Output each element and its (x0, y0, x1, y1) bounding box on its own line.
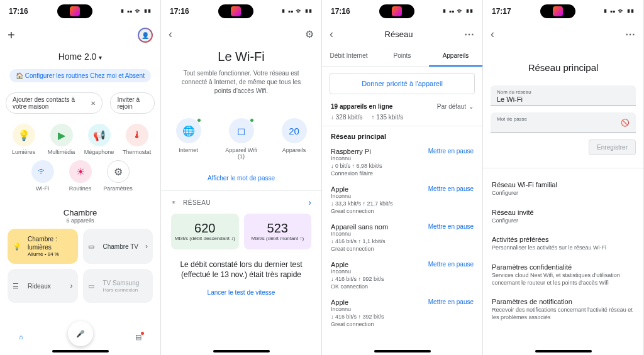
settings-list: Réseau Wi-Fi familialConfigurerRéseau in… (483, 175, 643, 327)
back-button[interactable]: ‹ (491, 28, 494, 41)
pause-button[interactable]: Mettre en pause (428, 298, 474, 305)
time: 17:16 (170, 7, 189, 16)
screen-home: 17:16 ▮ ▪▪ ᯤ ▮▮ + 👤 Home 2.0▾ 🏠 Configur… (0, 0, 161, 355)
close-icon[interactable]: ✕ (91, 100, 96, 107)
pause-button[interactable]: Mettre en pause (428, 148, 474, 155)
router-icon: ◻ (229, 118, 254, 143)
play-icon: ▶ (50, 124, 73, 146)
app-switcher-pill[interactable] (379, 4, 414, 18)
status-icons: ▮ ▪▪ ᯤ ▮▮ (604, 7, 635, 16)
total-down: ↓ 328 kbit/s (331, 114, 363, 121)
run-speed-test-link[interactable]: Lancer le test de vitesse (161, 283, 321, 302)
add-button[interactable]: + (8, 28, 15, 43)
chevron-down-icon: ▾ (99, 54, 102, 61)
network-name-field[interactable]: Nom du réseau Le Wi-Fi (491, 85, 636, 106)
invite-chip[interactable]: Inviter à rejoin (110, 92, 155, 114)
gear-icon: ⚙ (107, 160, 130, 183)
setting-row[interactable]: Réseau invitéConfigurer (483, 202, 643, 230)
broadcast-icon: 📢 (88, 124, 111, 146)
wifi-icon: ᯤ (31, 160, 54, 183)
home-selector[interactable]: Home 2.0▾ (0, 43, 160, 65)
setting-row[interactable]: Activités préféréesPersonnaliser les act… (483, 229, 643, 257)
lights-button[interactable]: 💡Lumières (8, 124, 40, 155)
home-indicator[interactable] (213, 350, 270, 352)
tv-icon: ▭ (88, 243, 99, 251)
speed-result-text: Le débit constaté lors du dernier test (… (161, 256, 321, 283)
page-title: Réseau (333, 30, 464, 39)
status-bar: 17:16 ▮ ▪▪ ᯤ ▮▮ (322, 0, 482, 23)
home-indicator[interactable] (535, 350, 592, 352)
wifi-icon: ᯤ (171, 199, 178, 206)
prioritize-device-button[interactable]: Donner priorité à l'appareil (330, 73, 475, 94)
setting-row[interactable]: Paramètres confidentialitéServices cloud… (483, 257, 643, 292)
avatar[interactable]: 👤 (138, 28, 153, 43)
feed-tab-icon[interactable]: ▤ (135, 333, 142, 341)
status-bar: 17:16 ▮ ▪▪ ᯤ ▮▮ (161, 0, 321, 23)
device-row[interactable]: Raspberry PiInconnu↓ 0 bit/s ↑ 6,98 kbit… (322, 143, 482, 180)
device-row[interactable]: AppleInconnu↓ 33,3 kbit/s ↑ 21,7 kbit/sG… (322, 180, 482, 218)
network-section-header[interactable]: ᯤ RÉSEAU › (161, 190, 321, 214)
thermometer-icon: 🌡 (126, 124, 148, 146)
save-button[interactable]: Enregistrer (589, 139, 636, 155)
time: 17:16 (9, 7, 28, 16)
pause-button[interactable]: Mettre en pause (428, 185, 474, 192)
devices-status[interactable]: 20 Appareils (275, 118, 313, 160)
pause-button[interactable]: Mettre en pause (428, 223, 474, 230)
mic-button[interactable]: 🎤 (68, 321, 93, 346)
card-curtains[interactable]: ☰ Rideaux › (8, 269, 78, 303)
chevron-right-icon: › (145, 242, 148, 251)
tab-devices[interactable]: Appareils (429, 46, 482, 67)
download-speed[interactable]: 620 Mbit/s (débit descendant ↓) (171, 214, 239, 249)
routines-button[interactable]: ☀Routines (64, 160, 97, 192)
lamp-icon: 💡 (13, 243, 24, 251)
main-network-header: Réseau principal (322, 126, 482, 143)
setting-row[interactable]: Réseau Wi-Fi familialConfigurer (483, 175, 643, 202)
card-samsung-tv[interactable]: ▭ TV SamsungHors connexion (83, 269, 153, 303)
sort-selector[interactable]: Par défaut ⌄ (437, 103, 474, 110)
total-up: ↑ 135 kbit/s (372, 114, 404, 121)
show-password-link[interactable]: Afficher le mot de passe (161, 165, 321, 190)
screen-wifi: 17:16 ▮ ▪▪ ᯤ ▮▮ ‹ ⚙ Le Wi-Fi Tout semble… (161, 0, 322, 355)
media-button[interactable]: ▶Multimédia (45, 124, 78, 155)
more-button[interactable]: ⋯ (625, 28, 636, 40)
add-contacts-chip[interactable]: Ajouter des contacts à votre maison✕ (6, 92, 103, 114)
broadcast-button[interactable]: 📢Mégaphone (83, 124, 116, 155)
chevron-right-icon: › (308, 197, 311, 207)
thermostat-button[interactable]: 🌡Thermostat (121, 124, 153, 155)
routines-chip[interactable]: 🏠 Configurer les routines Chez moi et Ab… (9, 69, 151, 82)
home-indicator[interactable] (374, 350, 431, 352)
internet-status[interactable]: 🌐 Internet (170, 118, 208, 160)
room-name: Chambre (0, 199, 160, 217)
pause-button[interactable]: Mettre en pause (428, 261, 474, 268)
tab-points[interactable]: Points (375, 46, 429, 66)
time: 17:16 (331, 7, 350, 16)
visibility-off-icon[interactable]: 🚫 (621, 119, 630, 127)
screen-devices: 17:16 ▮ ▪▪ ᯤ ▮▮ ‹ Réseau ⋯ Débit Interne… (322, 0, 483, 355)
wifi-button[interactable]: ᯤWi-Fi (26, 160, 59, 192)
device-row[interactable]: AppleInconnu↓ 416 bit/s ↑ 992 bit/sOK co… (322, 256, 482, 293)
tab-speed[interactable]: Débit Internet (322, 46, 375, 66)
card-lights[interactable]: 💡 Chambre : lumièresAllumé • 84 % (8, 229, 78, 264)
setting-row[interactable]: Paramètres de notificationRecevoir des n… (483, 292, 643, 326)
app-switcher-pill[interactable] (218, 4, 253, 18)
password-field[interactable]: Mot de passe 🚫 (491, 112, 636, 133)
app-switcher-pill[interactable] (540, 4, 575, 18)
quick-actions: 💡Lumières ▶Multimédia 📢Mégaphone 🌡Thermo… (0, 117, 160, 199)
settings-button[interactable]: ⚙Paramètres (102, 160, 135, 192)
wifi-point-status[interactable]: ◻ Appareil Wifi (1) (223, 118, 260, 160)
settings-button[interactable]: ⚙ (305, 28, 314, 40)
globe-icon: 🌐 (176, 118, 201, 143)
home-indicator[interactable] (52, 350, 109, 352)
home-name: Home 2.0 (58, 52, 97, 62)
card-tv[interactable]: ▭ Chambre TV › (83, 229, 153, 264)
home-tab-icon[interactable]: ⌂ (19, 333, 23, 341)
app-switcher-pill[interactable] (57, 4, 92, 18)
upload-speed[interactable]: 523 Mbit/s (débit montant ↑) (244, 214, 312, 249)
device-row[interactable]: Appareil sans nomInconnu↓ 416 bit/s ↑ 1,… (322, 218, 482, 256)
chevron-right-icon: › (70, 281, 73, 290)
device-row[interactable]: AppleInconnu↓ 416 bit/s ↑ 392 bit/sGreat… (322, 293, 482, 331)
back-button[interactable]: ‹ (169, 28, 172, 41)
status-bar: 17:16 ▮ ▪▪ ᯤ ▮▮ (0, 0, 160, 23)
more-button[interactable]: ⋯ (464, 28, 475, 40)
status-icons: ▮ ▪▪ ᯤ ▮▮ (121, 7, 152, 16)
